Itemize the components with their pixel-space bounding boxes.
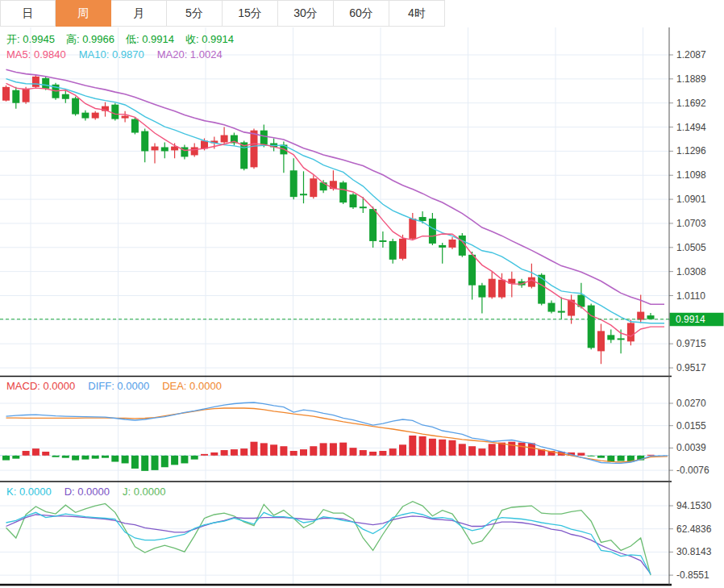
- candle-body: [42, 78, 49, 89]
- candle-body: [350, 194, 357, 207]
- macd-bar: [618, 456, 625, 461]
- candle-body: [468, 255, 476, 286]
- axis-label: 0.9715: [676, 338, 706, 349]
- axis-label: 1.1889: [676, 73, 706, 85]
- legend-item: J: 0.0000: [123, 486, 166, 498]
- candle-body: [300, 194, 307, 195]
- macd-bar: [588, 456, 595, 457]
- tab-day[interactable]: 日: [0, 0, 56, 27]
- macd-legend: MACD: 0.0000DIFF: 0.0000DEA: 0.0000: [6, 380, 222, 392]
- candle-body: [389, 241, 397, 260]
- tab-week[interactable]: 周: [56, 0, 111, 27]
- macd-bar: [597, 456, 605, 458]
- macd-bar: [439, 440, 446, 456]
- macd-bar: [399, 444, 406, 455]
- axis-label: 1.1098: [676, 169, 706, 181]
- macd-bar: [330, 443, 337, 455]
- tab-30min[interactable]: 30分: [278, 0, 334, 27]
- candle-body: [597, 331, 605, 351]
- macd-bar: [23, 451, 30, 456]
- chart-canvas[interactable]: 1.20871.18891.16921.14941.12961.10981.09…: [0, 0, 724, 588]
- macd-bar: [131, 456, 139, 469]
- macd-bar: [2, 456, 10, 461]
- candle-body: [260, 131, 268, 145]
- macd-bar: [489, 444, 496, 455]
- candle-body: [399, 239, 406, 259]
- macd-bar: [81, 456, 89, 460]
- axis-label: 94.1530: [676, 500, 712, 511]
- d-line: [6, 515, 651, 573]
- macd-bar: [122, 456, 129, 464]
- tab-15min[interactable]: 15分: [223, 0, 278, 27]
- candle-body: [647, 315, 655, 319]
- legend-item: MA20: 1.0024: [157, 48, 223, 60]
- axis-label: 0.0270: [676, 398, 706, 409]
- macd-bar: [161, 456, 169, 467]
- candle-body: [251, 131, 258, 168]
- ma-legend: MA5: 0.9840MA10: 0.9870MA20: 1.0024: [6, 48, 223, 60]
- candle-body: [122, 116, 129, 119]
- legend-item: DEA: 0.0000: [162, 380, 222, 392]
- axis-label: 1.1296: [676, 145, 706, 156]
- tab-5min[interactable]: 5分: [167, 0, 223, 27]
- candle-body: [588, 306, 595, 348]
- legend-item: DIFF: 0.0000: [88, 380, 149, 392]
- macd-bar: [111, 456, 119, 462]
- kdj-panel: [6, 502, 651, 575]
- macd-bar: [12, 456, 19, 459]
- macd-bar: [429, 439, 436, 456]
- legend-item: 开: 0.9945: [6, 32, 55, 47]
- macd-bar: [360, 450, 367, 456]
- macd-bar: [369, 452, 377, 456]
- macd-bar: [468, 446, 476, 456]
- macd-bar: [240, 448, 248, 456]
- candle-body: [339, 182, 347, 202]
- legend-item: MACD: 0.0000: [6, 380, 75, 392]
- kdj-legend: K: 0.0000D: 0.0000J: 0.0000: [6, 486, 166, 498]
- candle-body: [310, 178, 317, 197]
- tab-month[interactable]: 月: [111, 0, 167, 27]
- axis-label: 1.1494: [676, 122, 706, 133]
- j-line: [6, 502, 651, 575]
- axis-label: 1.1692: [676, 98, 706, 109]
- tab-4hour[interactable]: 4时: [389, 0, 445, 27]
- tab-60min[interactable]: 60分: [334, 0, 389, 27]
- axis-label: 0.0155: [676, 420, 706, 432]
- macd-bar: [290, 451, 298, 456]
- candle-body: [161, 147, 169, 151]
- macd-bar: [181, 456, 188, 464]
- macd-bar: [210, 452, 218, 456]
- axis-label: 1.0308: [676, 266, 706, 277]
- candle-body: [2, 87, 10, 101]
- candle-body: [191, 147, 198, 155]
- candle-body: [72, 98, 79, 115]
- axis-label: 0.0039: [676, 442, 706, 453]
- macd-bar: [152, 456, 159, 470]
- macd-bar: [508, 442, 515, 456]
- legend-item: K: 0.0000: [6, 486, 52, 498]
- candle-body: [478, 286, 485, 298]
- candle-body: [548, 303, 555, 312]
- macd-bar: [201, 454, 208, 456]
- ohlc-legend: 开: 0.9945高: 0.9966低: 0.9914收: 0.9914: [6, 32, 234, 47]
- macd-bar: [52, 456, 60, 457]
- axis-label: 1.2087: [676, 49, 706, 60]
- candle-body: [152, 147, 159, 151]
- axis-label: -0.8551: [676, 569, 709, 581]
- macd-panel: [0, 402, 669, 471]
- candle-body: [32, 77, 40, 87]
- ma5-line: [6, 83, 665, 336]
- legend-item: D: 0.0000: [64, 486, 110, 498]
- macd-bar: [409, 436, 416, 456]
- legend-item: 收: 0.9914: [185, 32, 234, 47]
- macd-bar: [339, 443, 347, 456]
- axis-label: 0.9914: [676, 314, 705, 325]
- macd-bar: [251, 442, 258, 456]
- macd-bar: [171, 456, 178, 465]
- candle-body: [637, 312, 644, 320]
- candle-body: [429, 219, 436, 244]
- candle-body: [627, 323, 635, 341]
- candle-body: [528, 277, 535, 287]
- timeframe-tabbar: 日周月5分15分30分60分4时: [0, 0, 445, 27]
- macd-bar: [518, 443, 526, 456]
